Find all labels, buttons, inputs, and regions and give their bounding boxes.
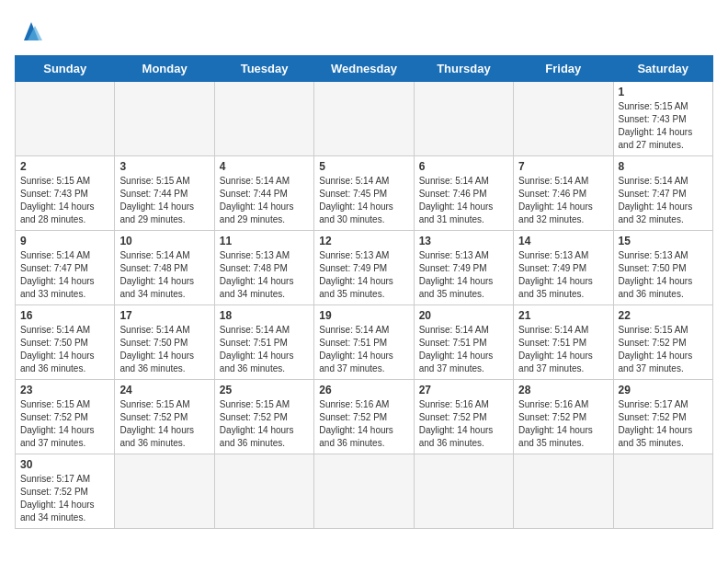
calendar-cell: 30Sunrise: 5:17 AM Sunset: 7:52 PM Dayli… (16, 454, 115, 529)
calendar-cell: 14Sunrise: 5:13 AM Sunset: 7:49 PM Dayli… (514, 231, 613, 305)
calendar-cell: 22Sunrise: 5:15 AM Sunset: 7:52 PM Dayli… (613, 305, 712, 380)
day-info: Sunrise: 5:14 AM Sunset: 7:51 PM Dayligh… (319, 324, 408, 375)
day-info: Sunrise: 5:14 AM Sunset: 7:50 PM Dayligh… (20, 324, 109, 375)
weekday-friday: Friday (514, 56, 613, 82)
calendar-row: 9Sunrise: 5:14 AM Sunset: 7:47 PM Daylig… (16, 231, 713, 305)
day-number: 19 (319, 309, 408, 322)
calendar-cell: 29Sunrise: 5:17 AM Sunset: 7:52 PM Dayli… (613, 380, 712, 454)
day-number: 6 (419, 160, 508, 173)
calendar-cell: 28Sunrise: 5:16 AM Sunset: 7:52 PM Dayli… (514, 380, 613, 454)
calendar-cell: 9Sunrise: 5:14 AM Sunset: 7:47 PM Daylig… (16, 231, 115, 305)
day-info: Sunrise: 5:13 AM Sunset: 7:49 PM Dayligh… (319, 249, 408, 301)
day-info: Sunrise: 5:14 AM Sunset: 7:47 PM Dayligh… (20, 249, 109, 301)
logo (15, 15, 51, 48)
day-info: Sunrise: 5:14 AM Sunset: 7:44 PM Dayligh… (220, 175, 309, 226)
calendar-cell (16, 82, 115, 156)
day-info: Sunrise: 5:15 AM Sunset: 7:43 PM Dayligh… (20, 175, 109, 226)
day-number: 30 (20, 458, 109, 471)
day-info: Sunrise: 5:14 AM Sunset: 7:45 PM Dayligh… (319, 175, 408, 226)
calendar-cell: 15Sunrise: 5:13 AM Sunset: 7:50 PM Dayli… (613, 231, 712, 305)
day-number: 8 (619, 160, 708, 173)
calendar-cell (514, 454, 613, 529)
day-info: Sunrise: 5:14 AM Sunset: 7:51 PM Dayligh… (220, 324, 309, 375)
day-number: 9 (20, 235, 109, 247)
calendar-cell: 8Sunrise: 5:14 AM Sunset: 7:47 PM Daylig… (613, 156, 712, 231)
calendar-cell: 26Sunrise: 5:16 AM Sunset: 7:52 PM Dayli… (314, 380, 414, 454)
calendar-cell: 5Sunrise: 5:14 AM Sunset: 7:45 PM Daylig… (314, 156, 414, 231)
calendar: SundayMondayTuesdayWednesdayThursdayFrid… (15, 55, 713, 529)
day-number: 28 (518, 384, 608, 396)
calendar-cell (414, 82, 513, 156)
day-number: 12 (319, 235, 408, 247)
calendar-cell: 21Sunrise: 5:14 AM Sunset: 7:51 PM Dayli… (514, 305, 613, 380)
day-number: 18 (220, 309, 309, 322)
day-number: 17 (119, 309, 209, 322)
calendar-cell: 24Sunrise: 5:15 AM Sunset: 7:52 PM Dayli… (115, 380, 214, 454)
calendar-cell: 10Sunrise: 5:14 AM Sunset: 7:48 PM Dayli… (115, 231, 214, 305)
day-number: 13 (419, 235, 508, 247)
calendar-cell: 4Sunrise: 5:14 AM Sunset: 7:44 PM Daylig… (214, 156, 313, 231)
calendar-cell (314, 454, 414, 529)
day-info: Sunrise: 5:15 AM Sunset: 7:52 PM Dayligh… (220, 398, 309, 450)
day-number: 2 (20, 160, 109, 173)
day-info: Sunrise: 5:16 AM Sunset: 7:52 PM Dayligh… (319, 398, 408, 450)
calendar-cell (115, 82, 214, 156)
weekday-wednesday: Wednesday (314, 56, 414, 82)
day-number: 20 (419, 309, 508, 322)
calendar-row: 16Sunrise: 5:14 AM Sunset: 7:50 PM Dayli… (16, 305, 713, 380)
day-info: Sunrise: 5:13 AM Sunset: 7:49 PM Dayligh… (419, 249, 508, 301)
weekday-tuesday: Tuesday (214, 56, 313, 82)
calendar-cell: 20Sunrise: 5:14 AM Sunset: 7:51 PM Dayli… (414, 305, 513, 380)
day-number: 16 (20, 309, 109, 322)
calendar-cell: 19Sunrise: 5:14 AM Sunset: 7:51 PM Dayli… (314, 305, 414, 380)
day-info: Sunrise: 5:14 AM Sunset: 7:51 PM Dayligh… (518, 324, 608, 375)
day-info: Sunrise: 5:14 AM Sunset: 7:46 PM Dayligh… (419, 175, 508, 226)
day-info: Sunrise: 5:14 AM Sunset: 7:50 PM Dayligh… (119, 324, 209, 375)
day-info: Sunrise: 5:13 AM Sunset: 7:50 PM Dayligh… (619, 249, 708, 301)
day-info: Sunrise: 5:15 AM Sunset: 7:52 PM Dayligh… (119, 398, 209, 450)
header (15, 15, 713, 48)
day-number: 14 (518, 235, 608, 247)
calendar-cell: 7Sunrise: 5:14 AM Sunset: 7:46 PM Daylig… (514, 156, 613, 231)
day-info: Sunrise: 5:15 AM Sunset: 7:43 PM Dayligh… (619, 100, 708, 152)
day-number: 23 (20, 384, 109, 396)
day-info: Sunrise: 5:17 AM Sunset: 7:52 PM Dayligh… (20, 473, 109, 524)
calendar-cell: 1Sunrise: 5:15 AM Sunset: 7:43 PM Daylig… (613, 82, 712, 156)
calendar-cell (414, 454, 513, 529)
weekday-thursday: Thursday (414, 56, 513, 82)
day-number: 5 (319, 160, 408, 173)
calendar-cell: 6Sunrise: 5:14 AM Sunset: 7:46 PM Daylig… (414, 156, 513, 231)
calendar-cell (613, 454, 712, 529)
day-number: 15 (619, 235, 708, 247)
calendar-cell (115, 454, 214, 529)
calendar-cell: 23Sunrise: 5:15 AM Sunset: 7:52 PM Dayli… (16, 380, 115, 454)
calendar-cell: 11Sunrise: 5:13 AM Sunset: 7:48 PM Dayli… (214, 231, 313, 305)
day-info: Sunrise: 5:14 AM Sunset: 7:51 PM Dayligh… (419, 324, 508, 375)
calendar-row: 1Sunrise: 5:15 AM Sunset: 7:43 PM Daylig… (16, 82, 713, 156)
day-info: Sunrise: 5:13 AM Sunset: 7:49 PM Dayligh… (518, 249, 608, 301)
day-number: 22 (619, 309, 708, 322)
day-number: 11 (220, 235, 309, 247)
day-info: Sunrise: 5:16 AM Sunset: 7:52 PM Dayligh… (518, 398, 608, 450)
day-number: 25 (220, 384, 309, 396)
day-number: 29 (619, 384, 708, 396)
day-number: 27 (419, 384, 508, 396)
calendar-cell: 12Sunrise: 5:13 AM Sunset: 7:49 PM Dayli… (314, 231, 414, 305)
weekday-sunday: Sunday (16, 56, 115, 82)
day-number: 26 (319, 384, 408, 396)
calendar-row: 30Sunrise: 5:17 AM Sunset: 7:52 PM Dayli… (16, 454, 713, 529)
calendar-cell: 25Sunrise: 5:15 AM Sunset: 7:52 PM Dayli… (214, 380, 313, 454)
calendar-cell (314, 82, 414, 156)
day-info: Sunrise: 5:15 AM Sunset: 7:44 PM Dayligh… (119, 175, 209, 226)
day-number: 4 (220, 160, 309, 173)
day-info: Sunrise: 5:16 AM Sunset: 7:52 PM Dayligh… (419, 398, 508, 450)
day-number: 21 (518, 309, 608, 322)
calendar-cell: 16Sunrise: 5:14 AM Sunset: 7:50 PM Dayli… (16, 305, 115, 380)
calendar-cell: 2Sunrise: 5:15 AM Sunset: 7:43 PM Daylig… (16, 156, 115, 231)
calendar-cell (214, 82, 313, 156)
day-number: 10 (119, 235, 209, 247)
calendar-cell: 27Sunrise: 5:16 AM Sunset: 7:52 PM Dayli… (414, 380, 513, 454)
weekday-saturday: Saturday (613, 56, 712, 82)
day-info: Sunrise: 5:14 AM Sunset: 7:48 PM Dayligh… (119, 249, 209, 301)
calendar-cell: 18Sunrise: 5:14 AM Sunset: 7:51 PM Dayli… (214, 305, 313, 380)
